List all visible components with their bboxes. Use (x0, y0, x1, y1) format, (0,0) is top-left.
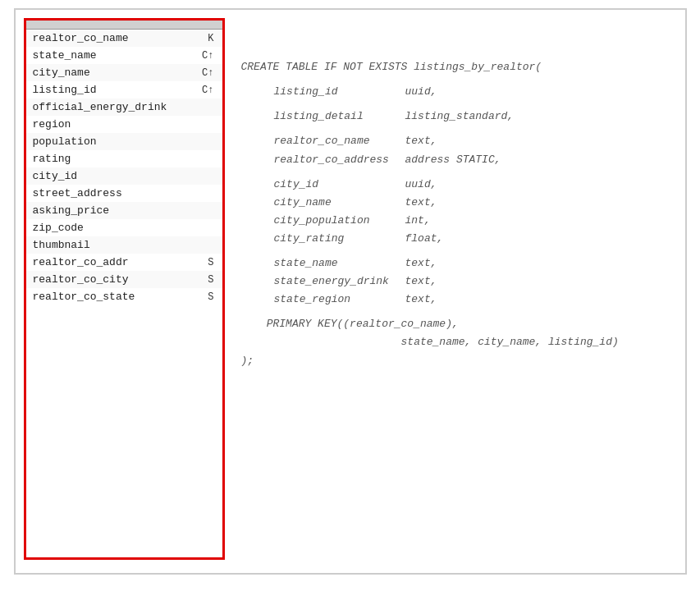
table-row: region (26, 116, 222, 133)
row-label: zip_code (33, 222, 198, 234)
sql-line: ); (241, 352, 669, 370)
table-row: thumbnail (26, 236, 222, 254)
sql-line: PRIMARY KEY((realtor_co_name), (241, 315, 669, 333)
row-label: population (33, 135, 198, 148)
table-row: official_energy_drink (26, 98, 222, 116)
row-badge: C↑ (198, 85, 214, 96)
sql-field-line: realtor_co_nametext, (241, 132, 669, 150)
table-title (26, 21, 222, 30)
row-label: state_name (33, 49, 198, 62)
table-row: city_nameC↑ (26, 64, 222, 81)
row-label: realtor_co_state (33, 291, 198, 303)
row-label: asking_price (33, 204, 198, 217)
row-badge: C↑ (198, 50, 214, 62)
row-label: official_energy_drink (33, 101, 198, 113)
table-row: city_id (26, 167, 222, 185)
content-area: realtor_co_nameKstate_nameC↑city_nameC↑l… (14, 8, 687, 575)
sql-line: CREATE TABLE IF NOT EXISTS listings_by_r… (241, 58, 669, 76)
row-badge: S (198, 291, 214, 303)
table-row: realtor_co_nameK (26, 30, 222, 47)
table-row: rating (26, 150, 222, 167)
row-badge: S (198, 274, 214, 286)
row-label: realtor_co_city (33, 273, 198, 286)
row-label: realtor_co_name (33, 32, 198, 44)
table-row: street_address (26, 185, 222, 202)
main-container: realtor_co_nameKstate_nameC↑city_nameC↑l… (0, 0, 700, 591)
table-row: realtor_co_cityS (26, 271, 222, 288)
table-row: asking_price (26, 202, 222, 219)
row-label: city_id (33, 170, 198, 182)
row-label: realtor_co_addr (33, 256, 198, 268)
sql-field-line: realtor_co_addressaddress STATIC, (241, 151, 669, 169)
sql-field-line: state_energy_drinktext, (241, 273, 669, 291)
row-label: rating (33, 153, 198, 165)
table-row: population (26, 133, 222, 150)
sql-field-line: city_populationint, (241, 212, 669, 230)
sql-field-line: city_iduuid, (241, 176, 669, 194)
table-row: listing_idC↑ (26, 81, 222, 98)
row-badge: C↑ (198, 67, 214, 79)
row-label: street_address (33, 187, 198, 199)
sql-field-line: listing_detaillisting_standard, (241, 108, 669, 126)
sql-field-line: state_nametext, (241, 254, 669, 273)
row-label: region (33, 118, 198, 131)
row-badge: K (198, 33, 214, 44)
sql-panel: CREATE TABLE IF NOT EXISTS listings_by_r… (225, 10, 685, 383)
table-row: zip_code (26, 219, 222, 236)
sql-field-line: listing_iduuid, (241, 83, 669, 101)
row-badge: S (198, 257, 214, 268)
table-panel: realtor_co_nameKstate_nameC↑city_nameC↑l… (24, 18, 225, 560)
row-label: thumbnail (33, 239, 198, 251)
sql-line: state_name, city_name, listing_id) (241, 333, 669, 351)
row-label: listing_id (33, 84, 198, 96)
sql-field-line: state_regiontext, (241, 291, 669, 309)
sql-field-line: city_nametext, (241, 194, 669, 212)
table-row: realtor_co_addrS (26, 254, 222, 271)
row-label: city_name (33, 66, 198, 79)
table-row: state_nameC↑ (26, 47, 222, 64)
sql-field-line: city_ratingfloat, (241, 230, 669, 248)
table-row: realtor_co_stateS (26, 288, 222, 305)
